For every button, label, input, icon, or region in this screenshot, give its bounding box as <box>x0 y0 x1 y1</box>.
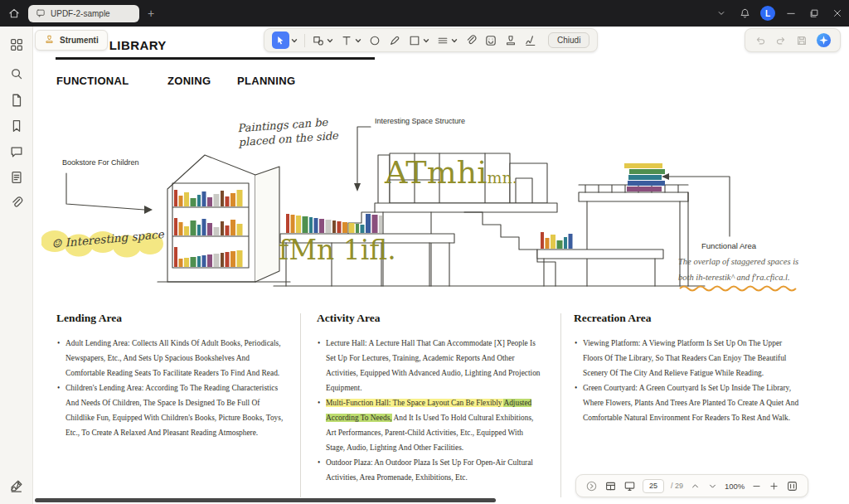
chevron-down-icon <box>451 37 458 44</box>
stacked-book <box>627 187 662 191</box>
chevron-down-icon <box>327 37 333 44</box>
zoom-level-label[interactable]: 100% <box>725 482 745 491</box>
apps-icon[interactable] <box>9 37 24 52</box>
highlighted-text: Multi-Function Hall: The Space Layout Ca… <box>326 399 503 407</box>
new-tab-button[interactable]: + <box>148 5 154 22</box>
book-spine <box>349 223 355 233</box>
note-icon[interactable] <box>9 170 24 185</box>
book-spine <box>314 218 318 233</box>
page-number-input[interactable] <box>643 479 664 493</box>
sticker-tool[interactable] <box>484 34 497 47</box>
horizontal-scrollbar-thumb[interactable] <box>35 498 496 502</box>
stacked-book <box>624 163 662 168</box>
attach-tool[interactable] <box>464 34 478 47</box>
ellipse-tool[interactable] <box>368 34 381 47</box>
ink-signature-icon[interactable] <box>9 478 24 493</box>
bullet-item: •Children's Lending Area: According To T… <box>56 380 290 440</box>
book-spine <box>379 216 382 233</box>
bell-icon[interactable] <box>733 0 756 27</box>
section-title: Activity Area <box>317 312 542 325</box>
book-spine <box>207 254 212 267</box>
pen-tool[interactable] <box>388 34 401 47</box>
body-text: Viewing Platform: A Viewing Platform Is … <box>583 339 786 377</box>
bullet-list: •Viewing Platform: A Viewing Platform Is… <box>574 336 799 425</box>
ai-assistant-button[interactable] <box>816 32 832 48</box>
book-spine <box>191 198 196 206</box>
search-icon[interactable] <box>9 66 24 81</box>
tools-button[interactable]: Strumenti <box>35 30 108 51</box>
comment-icon[interactable] <box>9 144 24 159</box>
chevron-down-icon <box>423 37 429 44</box>
bookshelf-row <box>286 214 382 233</box>
document-tab[interactable]: UPDF-2-sample <box>28 5 139 22</box>
zoom-out-button[interactable] <box>751 481 762 492</box>
close-toolbar-button[interactable]: Chiudi <box>548 32 589 48</box>
presentation-button[interactable] <box>623 480 636 492</box>
stacked-book <box>629 169 665 174</box>
select-tool[interactable] <box>272 32 298 49</box>
text-tool[interactable] <box>340 34 361 47</box>
redo-button[interactable] <box>774 34 788 47</box>
titlebar: UPDF-2-sample + L <box>0 0 849 27</box>
column-divider <box>300 313 301 497</box>
next-page-button[interactable] <box>707 481 718 492</box>
chevron-down-icon <box>355 37 361 44</box>
book-spine <box>291 215 295 233</box>
collapse-panel-button[interactable] <box>585 480 598 492</box>
home-icon[interactable] <box>7 7 21 20</box>
book-spine <box>179 196 183 206</box>
avatar[interactable]: L <box>760 6 775 21</box>
square-tool[interactable] <box>408 34 429 47</box>
book-spine <box>197 225 201 235</box>
body-text: Lecture Hall: A Lecture Hall That Can Ac… <box>326 339 541 392</box>
book-spine <box>191 220 196 235</box>
previous-page-button[interactable] <box>690 481 701 492</box>
chevron-down-icon[interactable] <box>710 0 733 27</box>
toolbar-divider <box>304 34 305 47</box>
paperclip-icon[interactable] <box>9 196 24 211</box>
tab-functional: FUNCTIONAL <box>56 75 129 87</box>
lines-tool[interactable] <box>436 34 458 47</box>
close-button[interactable] <box>826 0 849 27</box>
book-spine <box>202 255 206 267</box>
book-spine <box>372 215 378 233</box>
book-spine <box>226 252 230 267</box>
file-icon[interactable] <box>9 93 24 108</box>
minimize-button[interactable] <box>779 0 803 27</box>
bullet-item: •Viewing Platform: A Viewing Platform Is… <box>574 336 799 380</box>
fit-width-button[interactable] <box>786 480 798 492</box>
restore-button[interactable] <box>803 0 826 27</box>
chat-icon <box>36 7 46 22</box>
book-spine <box>226 196 230 206</box>
annotation-functional-area: Functional Area <box>701 241 756 250</box>
book-spine <box>342 222 347 233</box>
book-spine <box>237 250 243 267</box>
undo-button[interactable] <box>754 34 767 47</box>
app-window: UPDF-2-sample + L <box>0 0 849 504</box>
shapes-tool[interactable] <box>312 34 333 47</box>
book-spine <box>337 221 342 233</box>
body-text: Children's Lending Area: According To Th… <box>65 384 283 437</box>
book-spine <box>230 251 235 267</box>
bullet-list: •Lecture Hall: A Lecture Hall That Can A… <box>317 336 542 485</box>
zoom-in-button[interactable] <box>769 481 779 492</box>
book-spine <box>202 219 206 235</box>
book-spine <box>184 226 189 235</box>
bullet-item: •Green Courtyard: A Green Courtyard Is S… <box>574 380 799 425</box>
book-spine <box>296 216 301 233</box>
save-button[interactable] <box>795 34 808 47</box>
signature-tool[interactable] <box>524 34 537 47</box>
body-text: Outdoor Plaza: An Outdoor Plaza Is Set U… <box>326 458 533 482</box>
stamp-tool[interactable] <box>504 34 517 47</box>
book-spine <box>286 214 289 233</box>
bookmark-icon[interactable] <box>9 119 24 133</box>
book-spine <box>361 225 365 233</box>
annotation-overlap-2: both ih-terestik^ and f'ra.cfica.l. <box>678 273 790 282</box>
body-text: Green Courtyard: A Green Courtyard Is Se… <box>583 384 798 422</box>
book-spine <box>197 256 201 267</box>
page-total-label: / 29 <box>671 482 683 490</box>
book-spine <box>356 224 359 233</box>
section-title: Lending Area <box>56 312 290 325</box>
book-spine <box>174 190 177 206</box>
thumbnails-button[interactable] <box>604 480 617 492</box>
